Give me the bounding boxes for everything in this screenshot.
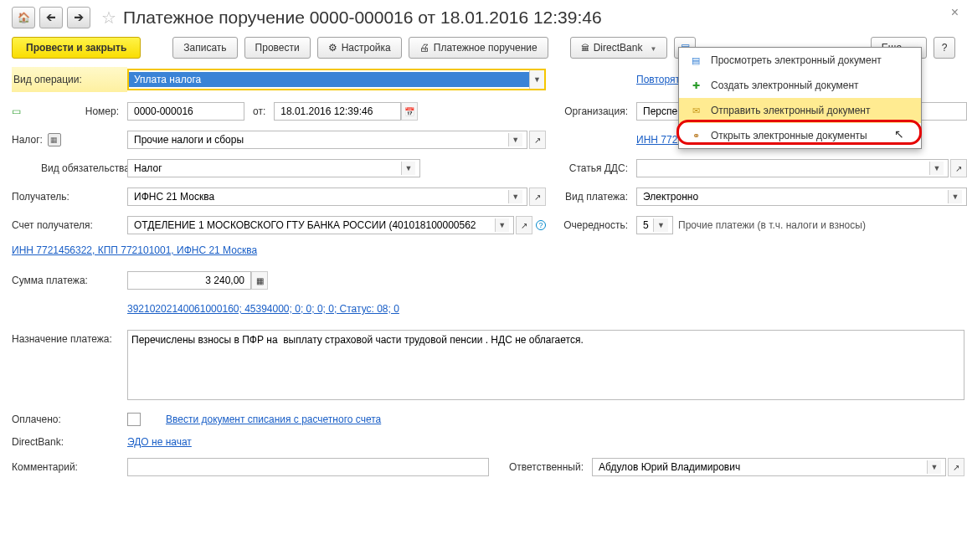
open-icon[interactable]: ↗ [950,159,967,177]
directbank-menu: ▤Просмотреть электронный документ ✚Созда… [678,47,922,149]
kbk-link[interactable]: 39210202140061000160; 45394000; 0; 0; 0;… [127,303,399,315]
plus-icon: ✚ [689,79,702,92]
date-input[interactable] [274,102,401,121]
open-icon[interactable]: ↗ [948,458,964,476]
dds-label: Статья ДДС: [546,162,636,174]
chevron-down-icon[interactable]: ▼ [508,190,522,203]
open-icon[interactable]: ↗ [516,216,532,234]
comment-input[interactable] [127,458,489,476]
sum-label: Сумма платежа: [12,275,127,286]
chevron-down-icon[interactable]: ▼ [948,190,962,203]
recipient-select[interactable]: ▼ [127,188,527,206]
db-label: DirectBank: [12,436,127,448]
purpose-label: Назначение платежа: [12,330,127,345]
recacc-label: Счет получателя: [12,219,127,231]
open-icon[interactable]: ↗ [529,188,546,206]
star-icon[interactable]: ☆ [101,8,116,28]
tax-select[interactable]: ▼ [127,131,527,149]
menu-open-docs[interactable]: ⚭Открыть электронные документы [679,123,921,148]
help-button[interactable]: ? [934,37,955,59]
page-title: Платежное поручение 0000-000016 от 18.01… [123,8,602,28]
printer-icon: 🖨 [419,42,429,54]
tax-label: Налог: [12,134,43,146]
obltype-select[interactable]: ▼ [127,159,420,177]
order-select[interactable]: ▼ [636,216,673,234]
settings-button[interactable]: ⚙Настройка [317,37,402,59]
recipient-inn-link[interactable]: ИНН 7721456322, КПП 772101001, ИФНС 21 М… [12,244,257,256]
posted-icon: ▭ [12,105,21,117]
dds-select[interactable]: ▼ [636,159,949,177]
responsible-select[interactable]: ▼ [592,458,946,476]
chevron-down-icon[interactable]: ▼ [653,218,668,232]
recacc-select[interactable]: ▼ [127,216,514,234]
bank-icon: 🏛 [581,44,589,53]
help-icon[interactable]: ? [536,220,546,230]
calendar-icon[interactable]: 📅 [401,102,418,121]
post-close-button[interactable]: Провести и закрыть [12,37,141,59]
chevron-down-icon[interactable]: ▼ [529,70,544,89]
paytype-label: Вид платежа: [546,191,636,203]
number-label: Номер: [85,105,127,117]
order-label: Очередность: [546,219,636,231]
menu-view-doc[interactable]: ▤Просмотреть электронный документ [679,48,921,73]
purpose-textarea[interactable] [127,330,964,400]
open-icon[interactable]: ↗ [529,131,546,149]
menu-send-doc[interactable]: ✉Отправить электронный документ [679,98,921,123]
gear-icon: ⚙ [328,42,337,54]
chevron-down-icon[interactable]: ▼ [927,460,941,474]
send-icon: ✉ [689,104,702,117]
document-icon: ▤ [689,54,702,67]
back-button[interactable]: 🡨 [39,7,63,28]
tax-settings-icon[interactable]: ▦ [48,133,61,146]
forward-button[interactable]: 🡪 [67,7,90,28]
print-button[interactable]: 🖨Платежное поручение [409,37,548,59]
recipient-label: Получатель: [12,191,127,203]
db-link[interactable]: ЭДО не начат [127,436,192,448]
comment-label: Комментарий: [12,461,127,473]
optype-select[interactable]: Уплата налога ▼ [127,69,546,90]
responsible-label: Ответственный: [509,461,584,473]
paid-checkbox[interactable] [127,413,141,426]
org-label: Организация: [546,105,636,117]
number-input[interactable] [127,102,244,121]
order-note: Прочие платежи (в т.ч. налоги и взносы) [678,219,866,231]
home-button[interactable]: 🏠 [12,7,35,28]
directbank-button[interactable]: 🏛DirectBank [570,37,668,59]
paytype-select[interactable]: ▼ [636,188,967,206]
chevron-down-icon[interactable]: ▼ [401,162,415,175]
close-icon[interactable]: × [951,5,959,20]
obltype-label: Вид обязательства: [12,162,127,174]
paid-link[interactable]: Ввести документ списания с расчетного сч… [166,414,381,425]
chevron-down-icon[interactable]: ▼ [495,218,509,232]
chevron-down-icon[interactable]: ▼ [929,162,944,175]
paid-label: Оплачено: [12,414,127,425]
chevron-down-icon[interactable]: ▼ [508,133,522,146]
menu-create-doc[interactable]: ✚Создать электронный документ [679,73,921,98]
calculator-icon[interactable]: ▦ [251,271,268,290]
write-button[interactable]: Записать [172,37,237,59]
sum-input[interactable] [127,271,251,290]
hierarchy-icon: ⚭ [689,129,702,142]
optype-label: Вид операции: [13,74,82,85]
optype-value: Уплата налога [129,72,529,87]
post-button[interactable]: Провести [244,37,311,59]
from-label: от: [253,105,265,117]
